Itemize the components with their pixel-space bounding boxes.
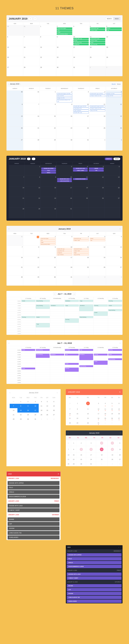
day-cell[interactable]: 12	[88, 176, 104, 186]
event[interactable]: Logo Collection	[57, 254, 72, 256]
day-cell[interactable]: 18	[89, 115, 106, 126]
time-slot[interactable]	[21, 358, 36, 360]
day-cell[interactable]: 30	[40, 276, 56, 286]
time-slot[interactable]	[50, 368, 65, 370]
day-cell[interactable]: 5Beanie 2:24 PMCap 2:29 PM	[106, 90, 122, 103]
day-cell[interactable]: 24	[73, 126, 89, 138]
time-slot[interactable]	[21, 318, 36, 321]
day-cell[interactable]: 11Hoodie with PocketV-Neck T-ShirtSingle…	[73, 246, 89, 256]
day-cell[interactable]: 20	[7, 126, 23, 138]
day-cell[interactable]: 22	[71, 457, 76, 462]
agenda-item[interactable]: HOODIE	[67, 592, 121, 595]
day-cell[interactable]: 2	[44, 417, 50, 421]
day-cell[interactable]: 25	[72, 197, 88, 207]
day-cell[interactable]: 31	[32, 417, 39, 421]
time-slot[interactable]	[36, 330, 50, 332]
close-icon[interactable]: ×	[119, 391, 120, 393]
day-cell[interactable]: 11HOODIE WITH POCKET	[72, 176, 88, 186]
time-slot[interactable]	[108, 323, 122, 325]
day-cell[interactable]	[104, 207, 120, 218]
day-cell[interactable]: 1	[74, 400, 81, 407]
day-cell[interactable]: 7	[66, 446, 71, 452]
time-slot[interactable]	[50, 323, 65, 325]
event[interactable]: BEANIE WITH LOGO	[57, 178, 72, 180]
week-view-tab[interactable]: WEEK	[113, 17, 120, 20]
day-cell[interactable]: 2	[109, 421, 115, 425]
day-cell[interactable]: 31	[10, 400, 18, 404]
day-cell[interactable]: 24	[56, 266, 73, 276]
day-cell[interactable]: 25	[102, 416, 109, 421]
day-cell[interactable]: 3	[86, 440, 96, 446]
day-cell[interactable]: 19	[107, 452, 117, 457]
agenda-item[interactable]: HOODIE	[8, 526, 59, 530]
day-cell[interactable]: 25	[73, 266, 89, 276]
time-slot[interactable]	[21, 309, 36, 312]
next-button[interactable]: ›	[73, 292, 76, 295]
time-slot[interactable]	[108, 302, 122, 304]
time-slot[interactable]	[21, 332, 36, 334]
day-cell[interactable]: 14	[66, 412, 74, 416]
time-slot[interactable]	[108, 332, 122, 334]
next-button[interactable]: ›	[120, 546, 121, 548]
agenda-item[interactable]: HOODIE WITH LOGO	[67, 572, 121, 576]
day-cell[interactable]: 19	[88, 186, 104, 197]
day-cell[interactable]: 16	[81, 412, 95, 416]
time-slot[interactable]	[65, 358, 79, 360]
day-cell[interactable]: 10Hoodie with LogoHoodieLong Sleeve TeeS…	[73, 36, 89, 46]
time-slot[interactable]	[79, 370, 93, 372]
time-slot[interactable]	[108, 365, 122, 368]
time-slot[interactable]: Karate	[93, 360, 108, 363]
time-slot[interactable]	[79, 377, 93, 379]
day-cell[interactable]: 7	[7, 246, 23, 256]
day-cell[interactable]: 10	[86, 446, 96, 452]
event[interactable]: Cap	[90, 240, 105, 241]
day-cell[interactable]: 25	[96, 457, 107, 462]
time-slot[interactable]	[108, 328, 122, 330]
time-slot[interactable]	[50, 332, 65, 334]
time-slot[interactable]: Karate	[93, 312, 108, 314]
day-cell[interactable]: 18	[39, 408, 44, 412]
event[interactable]: Sunglasses	[57, 252, 72, 254]
time-slot[interactable]	[21, 360, 36, 363]
event[interactable]: Hoodie with Zipper 2:20 PM	[57, 93, 72, 95]
day-cell[interactable]: 2	[24, 400, 32, 404]
day-cell[interactable]: 11	[39, 404, 44, 408]
time-slot[interactable]	[21, 325, 36, 328]
day-cell[interactable]: 29	[23, 276, 40, 286]
agenda-item[interactable]: V-NECK T-SHIRT	[67, 576, 121, 580]
time-slot[interactable]	[50, 316, 65, 318]
time-slot[interactable]	[108, 360, 122, 363]
time-slot[interactable]	[93, 318, 108, 321]
day-cell[interactable]: 3	[32, 400, 39, 404]
time-slot[interactable]	[108, 379, 122, 382]
agenda-item[interactable]: HOODIE WITH ZIPPER	[8, 481, 59, 485]
day-cell[interactable]: 3	[73, 25, 89, 36]
time-slot[interactable]	[93, 300, 108, 302]
time-slot[interactable]	[21, 351, 36, 354]
day-cell[interactable]: 14	[23, 115, 40, 126]
agenda-item[interactable]: HOODIE WITH LOGO	[8, 504, 59, 508]
event[interactable]: Cap (2:29 PM)	[90, 44, 105, 45]
event[interactable]: Long Sleeve Tee	[73, 108, 89, 109]
day-cell[interactable]: 12	[106, 103, 122, 115]
day-cell[interactable]: 21	[10, 412, 18, 417]
event-block[interactable]: Running	[21, 316, 35, 318]
day-cell[interactable]: 6	[115, 400, 122, 407]
time-slot[interactable]	[65, 356, 79, 358]
event[interactable]: Hoodie with Zipper	[40, 238, 56, 239]
next-button[interactable]: ›	[20, 83, 21, 85]
prev-button[interactable]: ‹	[29, 17, 32, 20]
day-cell[interactable]: 19	[106, 115, 122, 126]
event-block[interactable]: Meditation	[65, 300, 79, 302]
day-cell[interactable]: 17	[73, 46, 89, 56]
time-slot[interactable]	[79, 372, 93, 374]
day-cell[interactable]: 4Hoodie with LogoV-Neck T-Shirt	[73, 235, 89, 246]
event[interactable]: Sunglasses	[73, 44, 89, 45]
time-slot[interactable]	[65, 370, 79, 372]
event[interactable]: Hoodie with Logo	[73, 112, 89, 114]
day-cell[interactable]: 5	[109, 400, 115, 407]
day-cell[interactable]: 4	[39, 400, 44, 404]
day-cell[interactable]: 31	[66, 400, 74, 407]
time-slot[interactable]	[79, 328, 93, 330]
day-cell[interactable]: 21	[23, 56, 40, 66]
